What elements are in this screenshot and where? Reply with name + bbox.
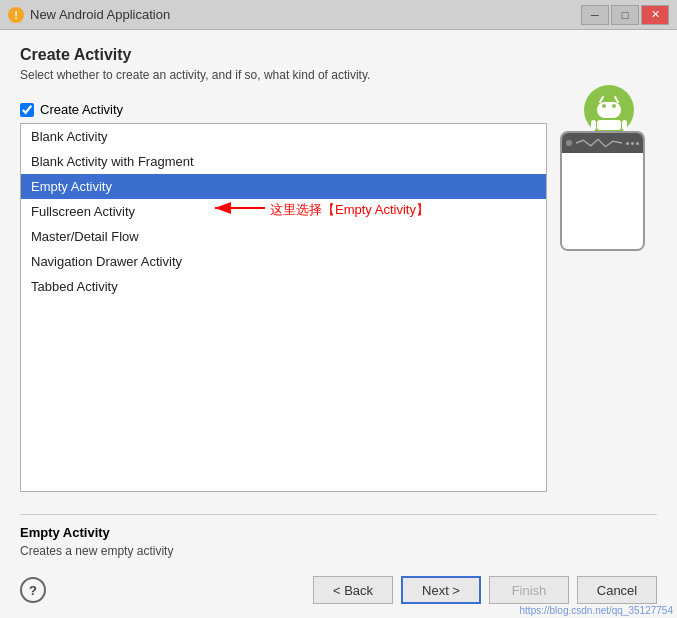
description-text: Creates a new empty activity <box>20 544 657 558</box>
activity-list: Blank ActivityBlank Activity with Fragme… <box>21 124 546 491</box>
phone-speaker <box>566 140 572 146</box>
app-icon: ! <box>8 7 24 23</box>
list-item[interactable]: Navigation Drawer Activity <box>21 249 546 274</box>
list-item[interactable]: Blank Activity <box>21 124 546 149</box>
phone-body <box>562 153 643 249</box>
nav-buttons: < Back Next > Finish Cancel <box>313 576 657 604</box>
help-button[interactable]: ? <box>20 577 46 603</box>
dialog-body: Create Activity Select whether to create… <box>0 30 677 618</box>
cancel-button[interactable]: Cancel <box>577 576 657 604</box>
finish-button[interactable]: Finish <box>489 576 569 604</box>
svg-rect-1 <box>597 102 621 118</box>
section-title: Create Activity <box>20 46 657 64</box>
close-button[interactable]: ✕ <box>641 5 669 25</box>
phone-mock <box>560 131 645 251</box>
title-bar: ! New Android Application ─ □ ✕ <box>0 0 677 30</box>
phone-preview <box>547 123 657 504</box>
watermark: https://blog.csdn.net/qq_35127754 <box>520 605 673 616</box>
header-area: Create Activity Select whether to create… <box>20 46 657 88</box>
minimize-button[interactable]: ─ <box>581 5 609 25</box>
button-row: ? < Back Next > Finish Cancel <box>20 568 657 608</box>
next-button[interactable]: Next > <box>401 576 481 604</box>
activity-list-container: Blank ActivityBlank Activity with Fragme… <box>20 123 547 492</box>
list-item[interactable]: Empty Activity <box>21 174 546 199</box>
phone-wave <box>574 138 624 148</box>
svg-point-3 <box>612 104 616 108</box>
list-item[interactable]: Master/Detail Flow <box>21 224 546 249</box>
window-controls: ─ □ ✕ <box>581 5 669 25</box>
phone-menu <box>626 142 639 145</box>
list-item[interactable]: Blank Activity with Fragment <box>21 149 546 174</box>
create-activity-checkbox[interactable] <box>20 103 34 117</box>
maximize-button[interactable]: □ <box>611 5 639 25</box>
create-activity-checkbox-row: Create Activity <box>20 102 657 117</box>
dialog-title: New Android Application <box>30 7 170 22</box>
back-button[interactable]: < Back <box>313 576 393 604</box>
list-preview-area: Blank ActivityBlank Activity with Fragme… <box>20 123 657 504</box>
section-desc: Select whether to create an activity, an… <box>20 68 657 82</box>
description-title: Empty Activity <box>20 525 657 540</box>
list-item[interactable]: Fullscreen Activity <box>21 199 546 224</box>
phone-status-bar <box>562 133 643 153</box>
section-header: Create Activity Select whether to create… <box>20 46 657 82</box>
list-item[interactable]: Tabbed Activity <box>21 274 546 299</box>
svg-point-2 <box>602 104 606 108</box>
create-activity-label[interactable]: Create Activity <box>40 102 123 117</box>
description-area: Empty Activity Creates a new empty activ… <box>20 514 657 558</box>
title-bar-left: ! New Android Application <box>8 7 170 23</box>
